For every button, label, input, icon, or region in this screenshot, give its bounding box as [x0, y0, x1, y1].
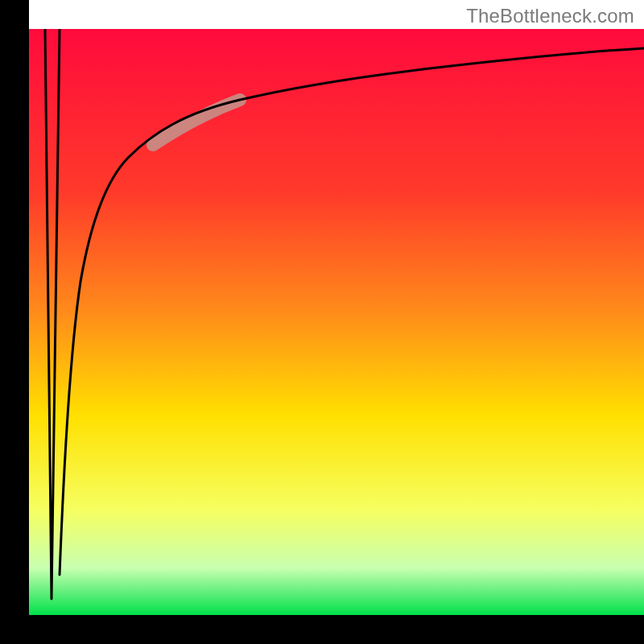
chart-svg — [0, 0, 644, 644]
frame-left — [0, 0, 29, 644]
frame-bottom — [0, 615, 644, 644]
watermark-text: TheBottleneck.com — [466, 5, 634, 27]
chart-stage: TheBottleneck.com — [0, 0, 644, 644]
plot-background — [29, 29, 644, 615]
